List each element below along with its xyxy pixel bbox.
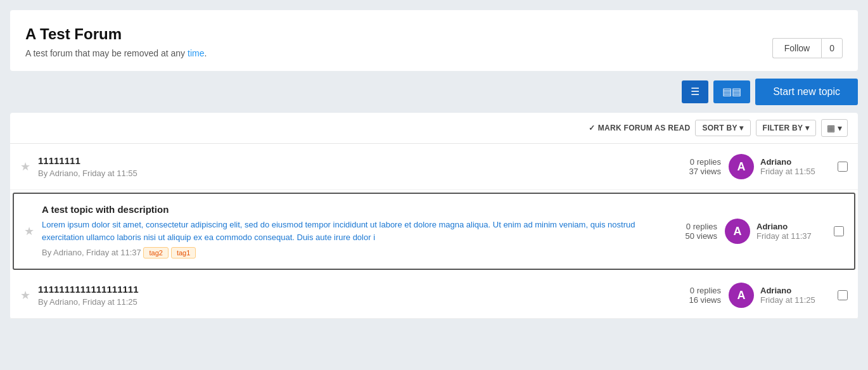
topic-list: ★ 11111111 By Adriano, Friday at 11:55 0… bbox=[10, 144, 858, 319]
views-count: 37 views bbox=[670, 167, 721, 176]
last-post-time: Friday at 11:55 bbox=[760, 167, 815, 176]
sort-by-label: SORT BY bbox=[702, 124, 737, 132]
avatar: A bbox=[729, 283, 754, 308]
forum-description: A test forum that may be removed at any … bbox=[25, 48, 843, 58]
replies-count: 0 replies bbox=[670, 157, 721, 167]
topic-title-link[interactable]: A test topic with description bbox=[42, 204, 659, 215]
sort-by-button[interactable]: SORT BY ▾ bbox=[695, 120, 750, 136]
topic-row: ★ 1111111111111111111 By Adriano, Friday… bbox=[10, 272, 858, 319]
toolbar-row: ☰ ▤▤ Start new topic bbox=[10, 79, 858, 105]
topic-author-link[interactable]: Adriano bbox=[49, 169, 78, 178]
grid-select-button[interactable]: ▦ ▾ bbox=[821, 119, 848, 137]
list-view-button[interactable]: ☰ bbox=[682, 80, 708, 103]
follow-area: Follow 0 bbox=[772, 38, 843, 58]
topic-last-post: A Adriano Friday at 11:55 bbox=[729, 154, 830, 179]
avatar: A bbox=[729, 154, 754, 179]
topic-row: ★ 11111111 By Adriano, Friday at 11:55 0… bbox=[10, 144, 858, 190]
views-count: 50 views bbox=[667, 231, 717, 241]
forum-title: A Test Forum bbox=[25, 25, 843, 43]
topic-description: Lorem ipsum dolor sit amet, consectetur … bbox=[42, 219, 659, 243]
topic-meta: By Adriano, Friday at 11:25 bbox=[38, 297, 663, 307]
topic-checkbox[interactable] bbox=[838, 162, 848, 172]
topic-author-link[interactable]: Adriano bbox=[49, 297, 78, 307]
topic-title-link[interactable]: 1111111111111111111 bbox=[38, 284, 663, 295]
last-post-time: Friday at 11:37 bbox=[756, 231, 812, 241]
avatar: A bbox=[725, 219, 750, 244]
last-post-author: Adriano bbox=[756, 222, 812, 231]
topic-main: 1111111111111111111 By Adriano, Friday a… bbox=[38, 284, 663, 307]
topic-checkbox[interactable] bbox=[834, 226, 844, 236]
filter-by-label: FILTER BY bbox=[763, 124, 803, 132]
star-icon[interactable]: ★ bbox=[20, 288, 30, 302]
topic-tag: tag2 bbox=[143, 247, 168, 258]
sort-arrow-icon: ▾ bbox=[739, 124, 743, 132]
topic-title-link[interactable]: 11111111 bbox=[38, 155, 663, 166]
topic-author-link[interactable]: Adriano bbox=[53, 248, 82, 257]
views-count: 16 views bbox=[670, 295, 721, 305]
topic-stats: 0 replies 37 views bbox=[670, 157, 721, 176]
topic-last-post: A Adriano Friday at 11:25 bbox=[729, 283, 830, 308]
last-post-info: Adriano Friday at 11:25 bbox=[760, 286, 815, 305]
topic-meta: By Adriano, Friday at 11:37 tag2tag1 bbox=[42, 247, 659, 258]
list-view-icon: ☰ bbox=[691, 86, 699, 97]
topic-row: ★ A test topic with description Lorem ip… bbox=[13, 193, 855, 270]
topic-meta: By Adriano, Friday at 11:55 bbox=[38, 169, 663, 178]
last-post-author: Adriano bbox=[760, 157, 815, 167]
topic-last-post: A Adriano Friday at 11:37 bbox=[725, 219, 826, 244]
replies-count: 0 replies bbox=[670, 286, 721, 295]
topic-main: 11111111 By Adriano, Friday at 11:55 bbox=[38, 155, 663, 178]
star-icon[interactable]: ★ bbox=[24, 224, 34, 238]
description-link[interactable]: time bbox=[188, 48, 204, 58]
topic-tag: tag1 bbox=[171, 247, 196, 258]
topic-checkbox[interactable] bbox=[838, 290, 848, 300]
topic-stats: 0 replies 16 views bbox=[670, 286, 721, 305]
last-post-info: Adriano Friday at 11:55 bbox=[760, 157, 815, 176]
last-post-time: Friday at 11:25 bbox=[760, 295, 815, 305]
start-topic-button[interactable]: Start new topic bbox=[755, 79, 858, 105]
grid-select-icon: ▦ ▾ bbox=[827, 123, 842, 133]
topic-main: A test topic with description Lorem ipsu… bbox=[42, 204, 659, 258]
mark-forum-read-button[interactable]: MARK FORUM AS READ bbox=[589, 124, 690, 132]
topic-list-card: MARK FORUM AS READ SORT BY ▾ FILTER BY ▾… bbox=[10, 113, 858, 319]
filter-by-button[interactable]: FILTER BY ▾ bbox=[756, 120, 817, 136]
last-post-author: Adriano bbox=[760, 286, 815, 295]
star-icon[interactable]: ★ bbox=[20, 160, 30, 174]
grid-view-button[interactable]: ▤▤ bbox=[713, 80, 750, 103]
topic-list-controls: MARK FORUM AS READ SORT BY ▾ FILTER BY ▾… bbox=[10, 113, 858, 144]
filter-arrow-icon: ▾ bbox=[805, 124, 809, 132]
last-post-info: Adriano Friday at 11:37 bbox=[756, 222, 812, 241]
follow-count: 0 bbox=[821, 38, 843, 58]
replies-count: 0 replies bbox=[667, 222, 717, 231]
topic-stats: 0 replies 50 views bbox=[667, 222, 717, 241]
forum-header: A Test Forum A test forum that may be re… bbox=[10, 10, 858, 71]
follow-button[interactable]: Follow bbox=[772, 38, 821, 58]
grid-view-icon: ▤▤ bbox=[722, 86, 741, 97]
